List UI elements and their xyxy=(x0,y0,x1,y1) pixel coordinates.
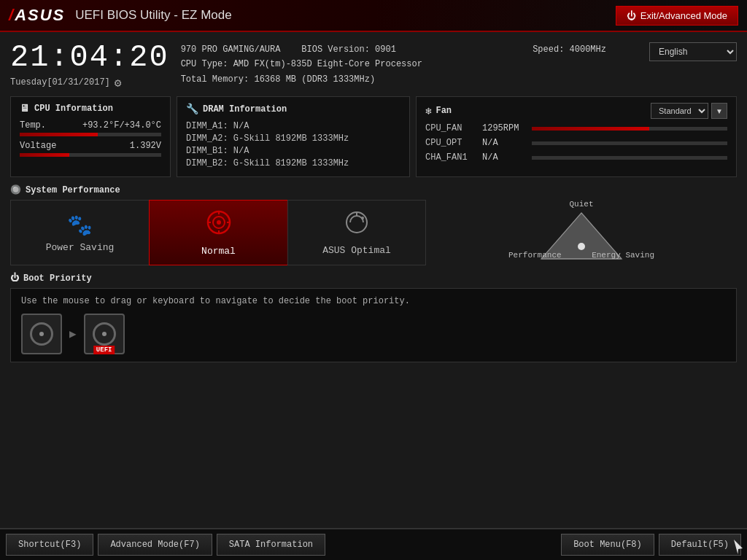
energy-saving-label: Energy Saving xyxy=(592,251,654,260)
svg-point-2 xyxy=(217,220,221,225)
system-performance-section: 🔘 System Performance 🐾 Power Saving xyxy=(10,184,737,265)
asus-optimal-icon xyxy=(344,210,369,241)
clock-area: 21:04:20 Tuesday[01/31/2017] ⚙ xyxy=(10,42,169,89)
cha-fan1-bar xyxy=(532,156,727,160)
power-saving-icon: 🐾 xyxy=(67,213,93,238)
date-display: Tuesday[01/31/2017] xyxy=(10,77,110,88)
exit-advanced-button[interactable]: ⏻ Exit/Advanced Mode xyxy=(616,6,738,26)
cpu-fan-bar xyxy=(532,127,727,131)
main-content: 21:04:20 Tuesday[01/31/2017] ⚙ 970 PRO G… xyxy=(0,32,747,374)
dram-panel-header: 🔧 DRAM Information xyxy=(186,103,400,115)
boot-priority-box: Use the mouse to drag or keyboard to nav… xyxy=(10,288,737,362)
advanced-mode-button[interactable]: Advanced Mode(F7) xyxy=(98,534,212,556)
dimm-b2-row: DIMM_B2: G-Skill 8192MB 1333MHz xyxy=(186,158,400,168)
cpu-icon: 🖥 xyxy=(20,103,30,114)
bottom-toolbar: Shortcut(F3) Advanced Mode(F7) SATA Info… xyxy=(0,528,747,560)
normal-icon xyxy=(206,209,232,241)
system-info-block: 970 PRO GAMING/AURA BIOS Version: 0901 S… xyxy=(169,42,649,87)
perf-section-header: 🔘 System Performance xyxy=(10,184,737,195)
boot-arrow: ▶ xyxy=(69,327,77,341)
boot-menu-button[interactable]: Boot Menu(F8) xyxy=(561,534,654,556)
top-info-row: 21:04:20 Tuesday[01/31/2017] ⚙ 970 PRO G… xyxy=(10,38,737,89)
cpu-temp-bar xyxy=(20,133,161,136)
svg-point-9 xyxy=(361,217,364,219)
date-area: Tuesday[01/31/2017] ⚙ xyxy=(10,76,169,89)
boot-hint-text: Use the mouse to drag or keyboard to nav… xyxy=(21,296,726,306)
boot-device-hdd[interactable] xyxy=(21,314,62,354)
uefi-badge: UEFI xyxy=(93,346,115,354)
fan-header: ❄ Fan Standard ▼ xyxy=(425,103,727,123)
power-icon: ⏻ xyxy=(627,10,636,21)
header: /ASUS UEFI BIOS Utility - EZ Mode ⏻ Exit… xyxy=(0,0,747,32)
cpu-opt-bar xyxy=(532,141,727,145)
board-info: 970 PRO GAMING/AURA BIOS Version: 0901 S… xyxy=(181,42,649,57)
performance-label: Performance xyxy=(508,251,562,260)
cpu-voltage-bar xyxy=(20,153,161,157)
boot-section-header: ⏻ Boot Priority xyxy=(10,273,737,284)
power-saving-button[interactable]: 🐾 Power Saving xyxy=(10,200,149,265)
boot-device-uefi-hdd[interactable]: UEFI xyxy=(84,314,125,354)
fan-panel: ❄ Fan Standard ▼ CPU_FAN 1295RPM CPU_O xyxy=(416,96,737,177)
perf-modes-row: 🐾 Power Saving Normal xyxy=(10,200,737,265)
cha-fan1-row: CHA_FAN1 N/A xyxy=(425,152,727,163)
cpu-opt-row: CPU_OPT N/A xyxy=(425,138,727,148)
fan-mode-dropdown[interactable]: Standard xyxy=(651,103,708,119)
shortcut-button[interactable]: Shortcut(F3) xyxy=(6,534,93,556)
cpu-info-line: CPU Type: AMD FX(tm)-835D Eight-Core Pro… xyxy=(181,57,649,71)
cpu-fan-row: CPU_FAN 1295RPM xyxy=(425,123,727,133)
settings-gear-icon[interactable]: ⚙ xyxy=(115,76,128,89)
dram-panel: 🔧 DRAM Information DIMM_A1: N/A DIMM_A2:… xyxy=(177,96,410,177)
memory-info-line: Total Memory: 16368 MB (DDR3 1333MHz) xyxy=(181,72,649,87)
language-dropdown[interactable]: English xyxy=(649,42,737,61)
uefi-hdd-icon: UEFI xyxy=(84,314,125,354)
normal-button[interactable]: Normal xyxy=(149,200,287,265)
ram-icon: 🔧 xyxy=(186,103,198,115)
fan-panel-title: ❄ Fan xyxy=(425,105,452,117)
title-bar: UEFI BIOS Utility - EZ Mode xyxy=(75,8,616,23)
fan-icon: ❄ xyxy=(425,105,431,117)
asus-optimal-button[interactable]: ASUS Optimal xyxy=(287,200,426,265)
fan-diagram: Quiet Performance Energy Saving xyxy=(426,200,737,265)
info-panels-row: 🖥 CPU Information Temp. +93.2°F/+34.0°C … xyxy=(10,96,737,177)
dimm-a2-row: DIMM_A2: G-Skill 8192MB 1333MHz xyxy=(186,133,400,144)
cpu-panel-header: 🖥 CPU Information xyxy=(20,103,161,114)
sata-info-button[interactable]: SATA Information xyxy=(217,534,325,556)
svg-point-12 xyxy=(578,243,585,250)
boot-devices-list: ▶ UEFI xyxy=(21,314,726,354)
language-selector-area: English xyxy=(649,42,737,61)
perf-icon: 🔘 xyxy=(10,184,21,195)
dimm-a1-row: DIMM_A1: N/A xyxy=(186,121,400,131)
boot-priority-section: ⏻ Boot Priority Use the mouse to drag or… xyxy=(10,273,737,362)
hdd-icon xyxy=(21,314,62,354)
quiet-label: Quiet xyxy=(569,200,593,209)
fan-expand-button[interactable]: ▼ xyxy=(711,103,727,119)
cpu-temp-row: Temp. +93.2°F/+34.0°C xyxy=(20,120,161,131)
default-button[interactable]: Default(F5) xyxy=(659,534,741,556)
asus-logo: /ASUS xyxy=(9,6,65,25)
dimm-b1-row: DIMM_B1: N/A xyxy=(186,146,400,156)
cpu-panel: 🖥 CPU Information Temp. +93.2°F/+34.0°C … xyxy=(10,96,171,177)
clock-display: 21:04:20 xyxy=(10,42,169,73)
boot-icon: ⏻ xyxy=(10,273,19,284)
cpu-voltage-row: Voltage 1.392V xyxy=(20,141,161,151)
